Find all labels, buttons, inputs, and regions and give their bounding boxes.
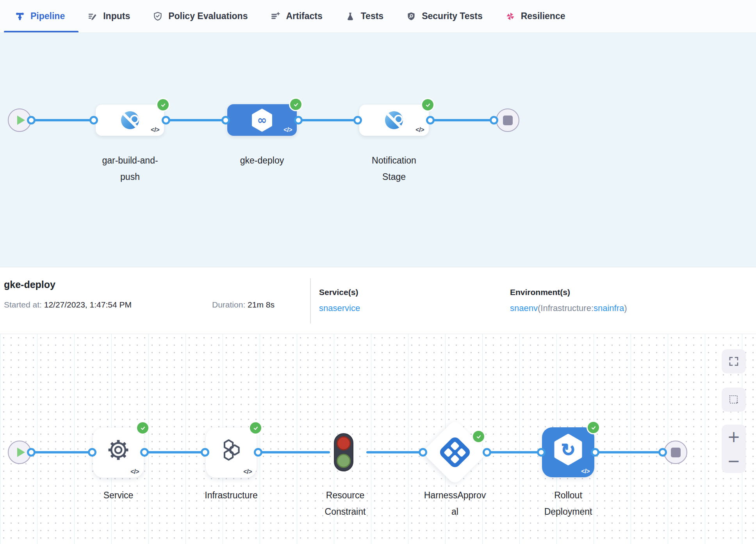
policy-shield-check-icon [153,11,163,21]
infrastructure-prefix: (Infrastructure: [538,303,594,313]
fullscreen-icon [728,356,740,367]
code-badge: </> [151,126,159,133]
step-label: HarnessApproval [422,487,488,520]
step-node-service[interactable]: </> [93,428,144,478]
graph-port [201,448,209,457]
tab-tests[interactable]: Tests [334,0,395,32]
started-at-label: Started at: [4,300,42,309]
success-check-icon [137,422,148,434]
ci-stage-icon [121,111,139,129]
step-label: Resource Constraint [312,487,378,520]
step-node-resource-constraint[interactable] [334,433,353,471]
zoom-out-button[interactable]: − [727,453,740,469]
graph-port [88,448,96,457]
graph-port [140,448,149,457]
inputs-icon [87,11,98,21]
tab-label: Artifacts [286,11,322,21]
graph-end-node [664,441,687,464]
graph-port [162,116,170,124]
rollout-deployment-icon: ↻ [553,434,583,466]
divider [310,278,311,324]
tab-label: Tests [361,11,383,21]
graph-port [27,448,36,457]
graph-edge [487,451,541,453]
tab-policy-evaluations[interactable]: Policy Evaluations [141,0,259,32]
graph-end-node [496,108,519,132]
fullscreen-button[interactable] [722,349,746,373]
graph-port [254,448,262,457]
graph-edge [298,119,358,121]
step-node-infrastructure[interactable]: </> [206,428,257,478]
graph-edge [595,451,663,453]
infrastructure-link[interactable]: snainfra [594,303,624,313]
tab-label: Security Tests [422,11,483,21]
traffic-light-green [337,454,351,468]
step-node-rollout-deployment[interactable]: ↻ </> [542,427,594,477]
resilience-pinwheel-icon [505,11,515,21]
duration-label: Duration: [212,300,245,309]
step-label: Infrastructure [198,487,264,503]
graph-port [294,116,303,124]
infrastructure-suffix: ) [624,303,627,313]
services-label: Service(s) [319,288,358,297]
graph-port [353,116,362,124]
play-icon [17,116,25,125]
success-check-icon [588,422,599,433]
graph-port [426,116,435,124]
stage-node-gke-deploy[interactable]: ∞ </> [227,104,297,136]
started-at: Started at: 12/27/2023, 1:47:54 PM [4,300,132,309]
rollout-arrow-glyph: ↻ [553,434,583,466]
stage-label: gar-build-and-push [96,152,164,185]
graph-edge [430,119,494,121]
traffic-light-red [337,436,351,450]
infrastructure-hexagons-icon [219,438,243,462]
graph-port [221,116,230,124]
service-link[interactable]: snaservice [319,303,360,313]
code-badge: </> [284,126,292,133]
tab-security-tests[interactable]: Security Tests [395,0,494,32]
tab-resilience[interactable]: Resilience [494,0,577,32]
stage-title: gke-deploy [4,279,55,290]
pipeline-execution-page: Pipeline Inputs Policy Evaluations [0,0,756,544]
stage-node-notification-stage[interactable]: </> [359,105,429,136]
success-check-icon [422,99,433,110]
environment-link[interactable]: snaenv [510,303,538,313]
execution-tabbar: Pipeline Inputs Policy Evaluations [0,0,756,33]
tab-label: Pipeline [30,11,65,21]
tab-label: Inputs [103,11,130,21]
zoom-in-button[interactable]: + [727,429,740,444]
stage-details-bar: gke-deploy Started at: 12/27/2023, 1:47:… [0,267,756,334]
graph-port [27,116,36,124]
service-link-row: snaservice [319,303,360,313]
stage-node-gar-build-and-push[interactable]: </> [96,105,164,136]
step-graph-canvas[interactable]: </> </> [0,334,756,544]
marquee-select-icon [728,394,740,405]
step-label: Rollout Deployment [535,487,601,520]
code-badge: </> [581,468,590,475]
graph-port [483,448,491,457]
service-gear-icon [105,437,131,463]
graph-edge [144,451,205,453]
marquee-select-button[interactable] [722,388,746,412]
stage-label: gke-deploy [228,152,296,169]
security-shield-scan-icon [406,11,416,21]
play-icon [17,448,25,457]
tab-pipeline[interactable]: Pipeline [15,0,76,32]
success-check-icon [473,431,484,442]
graph-port [658,448,667,457]
tab-inputs[interactable]: Inputs [76,0,141,32]
infinity-glyph: ∞ [251,108,273,132]
graph-edge [366,451,423,453]
custom-stage-icon [385,111,403,129]
stage-graph-canvas[interactable]: </> ∞ </> </> gar-build-and-push gke- [0,33,756,267]
tab-artifacts[interactable]: Artifacts [259,0,333,32]
graph-edge [258,451,330,453]
success-check-icon [290,99,301,110]
stop-icon [503,116,513,125]
started-at-value: 12/27/2023, 1:47:54 PM [44,300,132,309]
success-check-icon [157,99,169,110]
deploy-stage-icon: ∞ [251,108,273,132]
graph-port [419,448,427,457]
pipeline-icon [15,11,25,21]
step-label: Service [85,487,152,503]
